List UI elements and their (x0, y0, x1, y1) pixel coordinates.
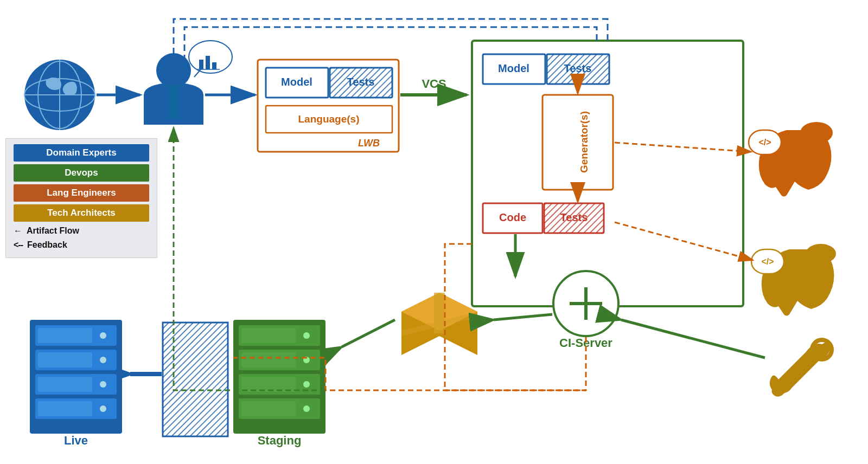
svg-rect-45 (38, 377, 92, 392)
svg-point-48 (100, 357, 106, 363)
vcs-label: VCS (422, 77, 446, 91)
svg-text:</>: </> (758, 138, 771, 147)
main-diagram: Model Tests Language(s) LWB VCS Model Te… (0, 0, 868, 464)
svg-rect-33 (241, 401, 296, 416)
expert-to-ciserver-arrow (621, 320, 765, 358)
svg-rect-31 (241, 352, 296, 368)
person-tie (167, 84, 180, 119)
svg-point-55 (806, 244, 836, 263)
svg-rect-30 (241, 328, 296, 343)
tech-expert-1: </> (749, 122, 833, 197)
lwb-model-label: Model (281, 76, 312, 88)
diagram-container: Domain Experts Devops Lang Engineers Tec… (0, 0, 868, 464)
svg-rect-15 (199, 60, 203, 69)
code-label: Code (499, 211, 526, 223)
svg-rect-44 (38, 352, 92, 368)
svg-point-47 (100, 332, 106, 339)
svg-rect-16 (206, 56, 210, 69)
live-server (30, 320, 122, 434)
wrench-icon (770, 340, 832, 397)
svg-rect-17 (212, 62, 216, 69)
svg-point-51 (800, 122, 833, 144)
lwb-tests-label: Tests (347, 76, 375, 88)
deploy-barrier (163, 323, 228, 436)
svg-point-36 (303, 381, 310, 388)
svg-text:</>: </> (761, 257, 774, 266)
staging-server (233, 320, 326, 434)
live-label: Live (64, 434, 88, 447)
lwb-text: LWB (358, 138, 380, 149)
ci-model-label: Model (498, 62, 529, 74)
lwb-languages-label: Language(s) (298, 113, 360, 125)
svg-rect-43 (38, 328, 92, 343)
generator-box (542, 95, 613, 190)
svg-point-50 (100, 405, 106, 412)
svg-rect-46 (38, 401, 92, 416)
staging-label: Staging (258, 434, 302, 447)
svg-point-37 (303, 405, 310, 412)
ci-tests-label: Tests (564, 62, 592, 74)
tech-expert-2: </> (751, 244, 836, 316)
gen-tests-label: Tests (560, 211, 588, 223)
package-icon (401, 293, 477, 355)
package-to-staging-arrow (342, 320, 395, 347)
svg-point-49 (100, 381, 106, 388)
generator-label: Generator(s) (578, 111, 590, 173)
speech-bubble (189, 41, 232, 73)
svg-point-34 (303, 332, 310, 339)
ciserver-to-package-arrow (494, 314, 552, 320)
